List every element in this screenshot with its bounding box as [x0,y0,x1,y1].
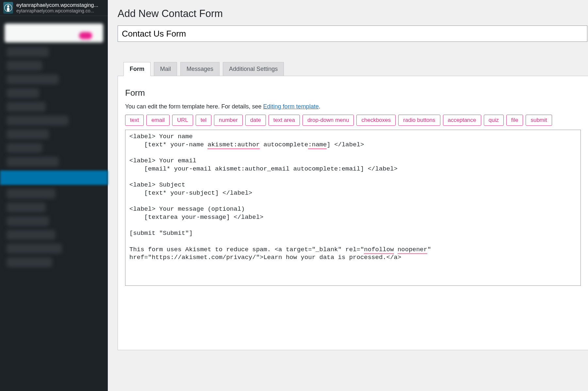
tag-checkboxes-button[interactable]: checkboxes [356,115,396,126]
help-suffix: . [319,103,320,110]
help-text: You can edit the form template here. For… [125,103,581,110]
tag-acceptance-button[interactable]: acceptance [443,115,481,126]
tag-quiz-button[interactable]: quiz [484,115,504,126]
tabs-nav: Form Mail Messages Additional Settings [123,62,588,76]
tag-email-button[interactable]: email [146,115,170,126]
site-info: eytanraphaelycom.wpcomstaging... eytanra… [16,2,105,13]
svg-point-0 [7,5,9,8]
tag-date-button[interactable]: date [245,115,266,126]
help-link[interactable]: Editing form template [263,103,319,110]
tag-text-button[interactable]: text [125,115,144,126]
help-prefix: You can edit the form template here. For… [125,103,263,110]
page-title: Add New Contact Form [118,8,588,20]
tag-radio-button[interactable]: radio buttons [398,115,440,126]
form-panel: Form You can edit the form template here… [118,76,588,350]
tab-mail[interactable]: Mail [154,62,177,76]
site-url: eytanraphaelycom.wpcomstaging.co... [16,8,105,13]
tag-submit-button[interactable]: submit [526,115,552,126]
tab-additional-settings[interactable]: Additional Settings [223,62,284,76]
site-name: eytanraphaelycom.wpcomstaging... [16,2,105,8]
tag-number-button[interactable]: number [214,115,243,126]
admin-sidebar: eytanraphaelycom.wpcomstaging... eytanra… [0,0,108,391]
section-heading: Form [125,88,581,98]
main-content: Add New Contact Form Form Mail Messages … [108,0,588,391]
tab-messages[interactable]: Messages [180,62,220,76]
tag-dropdown-button[interactable]: drop-down menu [302,115,354,126]
tag-file-button[interactable]: file [506,115,523,126]
tag-textarea-button[interactable]: text area [269,115,300,126]
sidebar-menu-blurred [0,19,108,391]
form-title-input[interactable] [118,25,587,42]
site-header[interactable]: eytanraphaelycom.wpcomstaging... eytanra… [0,0,108,16]
panel-container: Form Mail Messages Additional Settings F… [118,62,588,350]
tag-tel-button[interactable]: tel [196,115,211,126]
site-logo-icon [3,2,13,14]
form-template-textarea[interactable]: <label> Your name [text* your-name akism… [125,130,581,286]
tag-url-button[interactable]: URL [172,115,193,126]
svg-point-1 [7,7,9,11]
tab-form[interactable]: Form [123,62,151,76]
tag-generator-row: text email URL tel number date text area… [125,115,581,126]
